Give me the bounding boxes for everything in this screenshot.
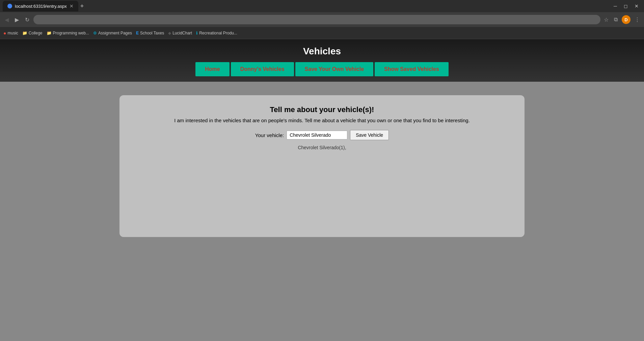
extensions-button[interactable]: ⧉ <box>613 15 619 24</box>
tab-favicon <box>7 4 12 8</box>
site-title: Vehicles <box>0 46 644 57</box>
vehicle-form: Your vehicle: Save Vehicle <box>133 130 511 140</box>
back-button[interactable]: ◀ <box>3 15 11 24</box>
card-title: Tell me about your vehicle(s)! <box>133 105 511 114</box>
vehicle-input[interactable] <box>287 131 347 139</box>
forward-button[interactable]: ▶ <box>13 15 21 24</box>
new-tab-button[interactable]: + <box>80 3 84 10</box>
assignment-icon: ⚙ <box>93 31 97 35</box>
tab-close-button[interactable]: ✕ <box>70 3 74 9</box>
bookmark-programming-label: Programming web... <box>53 31 89 35</box>
close-button[interactable]: ✕ <box>632 3 641 9</box>
school-taxes-icon: E <box>136 31 139 35</box>
vehicle-label: Your vehicle: <box>255 132 284 138</box>
bookmark-college[interactable]: 📁 College <box>22 31 43 35</box>
bookmark-school-taxes[interactable]: E School Taxes <box>136 31 164 35</box>
nav-home-button[interactable]: Home <box>195 62 229 76</box>
music-icon: ● <box>3 30 6 36</box>
nav-show-saved-vehicles-button[interactable]: Show Saved Vehicles <box>375 62 449 76</box>
bookmark-star-button[interactable]: ☆ <box>602 15 610 24</box>
bookmark-assignment[interactable]: ⚙ Assignment Pages <box>93 31 132 35</box>
college-folder-icon: 📁 <box>22 31 27 35</box>
recreational-icon: ℹ <box>196 31 198 35</box>
bookmark-assignment-label: Assignment Pages <box>98 31 132 35</box>
minimize-button[interactable]: ─ <box>611 3 620 9</box>
bookmark-lucidchart-label: LucidChart <box>172 31 192 35</box>
content-card: Tell me about your vehicle(s)! I am inte… <box>119 95 525 237</box>
bookmark-school-taxes-label: School Taxes <box>140 31 164 35</box>
programming-folder-icon: 📁 <box>47 31 52 35</box>
nav-menu: Home Donny's Vehicles Save Your Own Vehi… <box>0 62 644 76</box>
nav-save-own-vehicle-button[interactable]: Save Your Own Vehicle <box>295 62 373 76</box>
navigation-bar: ◀ ▶ ↻ localhost:63319/entry.aspx ☆ ⧉ D ⋮ <box>0 12 644 27</box>
vehicle-list: Chevrolet Silverado(1), <box>133 145 511 150</box>
bookmarks-bar: ● music 📁 College 📁 Programming web... ⚙… <box>0 27 644 39</box>
bookmark-programming[interactable]: 📁 Programming web... <box>47 31 89 35</box>
page-background: Vehicles Home Donny's Vehicles Save Your… <box>0 39 644 335</box>
card-description: I am interested in the vehicles that are… <box>133 117 511 123</box>
main-content: Tell me about your vehicle(s)! I am inte… <box>0 82 644 335</box>
bookmark-music[interactable]: ● music <box>3 30 18 36</box>
title-bar: localhost:63319/entry.aspx ✕ + ─ ◻ ✕ <box>0 0 644 12</box>
bookmark-recreational[interactable]: ℹ Recreational Produ... <box>196 31 237 35</box>
address-bar[interactable]: localhost:63319/entry.aspx <box>33 15 600 24</box>
reload-button[interactable]: ↻ <box>23 15 31 24</box>
window-controls: ─ ◻ ✕ <box>611 3 641 9</box>
address-input[interactable]: localhost:63319/entry.aspx <box>38 17 596 22</box>
active-tab[interactable]: localhost:63319/entry.aspx ✕ <box>3 1 78 11</box>
user-avatar[interactable]: D <box>622 15 630 24</box>
nav-donnys-vehicles-button[interactable]: Donny's Vehicles <box>231 62 294 76</box>
nav-icons: ☆ ⧉ D ⋮ <box>602 15 641 24</box>
bookmark-lucidchart[interactable]: ◆ LucidChart <box>168 31 192 35</box>
maximize-button[interactable]: ◻ <box>621 3 630 9</box>
site-header: Vehicles Home Donny's Vehicles Save Your… <box>0 39 644 82</box>
browser-chrome: localhost:63319/entry.aspx ✕ + ─ ◻ ✕ ◀ ▶… <box>0 0 644 39</box>
bookmark-recreational-label: Recreational Produ... <box>199 31 237 35</box>
bookmark-college-label: College <box>29 31 43 35</box>
tab-title: localhost:63319/entry.aspx <box>15 4 67 9</box>
lucidchart-icon: ◆ <box>168 31 171 35</box>
menu-button[interactable]: ⋮ <box>633 15 641 24</box>
bookmark-music-label: music <box>7 31 18 35</box>
save-vehicle-button[interactable]: Save Vehicle <box>350 130 389 140</box>
